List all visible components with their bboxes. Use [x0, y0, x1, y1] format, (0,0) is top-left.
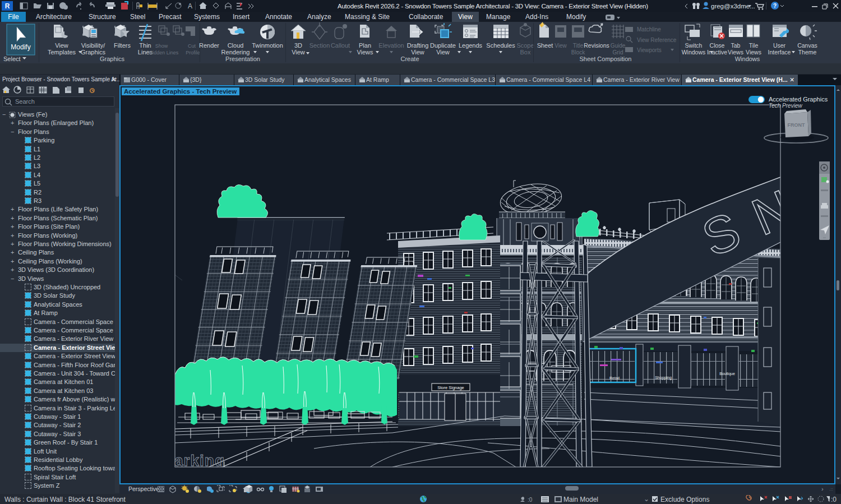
svg-text:Revisions: Revisions: [584, 42, 609, 49]
svg-text:Legends: Legends: [459, 42, 483, 49]
svg-text:Cloud: Cloud: [228, 42, 244, 49]
svg-text:Shopping: Shopping: [655, 376, 672, 380]
svg-text:Boutique: Boutique: [719, 372, 735, 376]
svg-text:Section: Section: [309, 42, 330, 49]
svg-text:Presentation: Presentation: [225, 56, 260, 62]
svg-text:FRONT: FRONT: [788, 122, 805, 128]
svg-text:R: R: [5, 2, 10, 10]
svg-text:Block: Block: [571, 49, 585, 56]
svg-text:Create: Create: [400, 56, 419, 62]
svg-text:Grid: Grid: [613, 49, 623, 56]
svg-text:Profile: Profile: [186, 50, 200, 56]
svg-text:Tab: Tab: [731, 42, 741, 49]
svg-text:Views: Views: [746, 49, 761, 56]
svg-text:Elevation: Elevation: [378, 42, 404, 49]
svg-text:Filters: Filters: [114, 42, 131, 49]
svg-text:Drafting: Drafting: [407, 42, 429, 49]
svg-text:Scope: Scope: [516, 42, 534, 49]
svg-text:Store Signage: Store Signage: [437, 385, 464, 390]
svg-text:Tile: Tile: [749, 42, 759, 49]
svg-text:View: View: [292, 49, 305, 56]
svg-text:Theme: Theme: [798, 49, 817, 56]
svg-text:Duplicate: Duplicate: [430, 42, 456, 49]
svg-text:Visibility/: Visibility/: [81, 42, 106, 49]
svg-text:Hidden Lines: Hidden Lines: [149, 50, 179, 56]
svg-text:Title: Title: [573, 43, 584, 49]
svg-text:Inactive: Inactive: [707, 49, 727, 56]
svg-text:Autodesk Revit 2026.2 - Snowdo: Autodesk Revit 2026.2 - Snowdon Towers S…: [338, 3, 648, 10]
svg-text:Sheet: Sheet: [537, 42, 553, 49]
svg-text:View: View: [55, 42, 68, 49]
svg-text:Modify: Modify: [11, 43, 30, 51]
svg-text:arking: arking: [174, 452, 225, 469]
svg-text:User: User: [773, 42, 786, 49]
svg-text:Graphics: Graphics: [100, 56, 125, 62]
svg-text:Tech Preview: Tech Preview: [769, 103, 802, 109]
svg-text:Templates: Templates: [48, 49, 76, 56]
svg-text:Render: Render: [199, 42, 219, 49]
svg-text:Graphics: Graphics: [81, 49, 106, 56]
svg-text:Interface: Interface: [768, 49, 791, 56]
svg-text:Sheet Composition: Sheet Composition: [580, 56, 632, 62]
svg-text:Canvas: Canvas: [797, 42, 817, 49]
svg-text:Guide: Guide: [611, 43, 626, 49]
svg-text:Show: Show: [155, 43, 168, 49]
svg-text:Rendering: Rendering: [221, 49, 250, 56]
svg-text:Retail: Retail: [609, 376, 620, 380]
svg-text:Plan: Plan: [359, 42, 371, 49]
svg-text:View: View: [411, 49, 424, 56]
svg-text:A: A: [188, 2, 192, 10]
svg-text:Windows: Windows: [682, 49, 706, 56]
svg-text:Accelerated Graphics: Accelerated Graphics: [769, 96, 828, 103]
svg-text:Schedules: Schedules: [486, 42, 515, 49]
svg-text:Close: Close: [710, 42, 725, 49]
svg-text:Cut: Cut: [188, 43, 196, 49]
svg-text:Select: Select: [3, 56, 21, 62]
svg-text:Callout: Callout: [331, 42, 350, 49]
svg-text:Views: Views: [728, 49, 743, 56]
svg-text:Twinmotion: Twinmotion: [252, 42, 283, 49]
svg-text:Viewports: Viewports: [637, 47, 662, 53]
svg-text:greg@x3dme...: greg@x3dme...: [711, 3, 755, 10]
svg-text:Matchline: Matchline: [637, 26, 661, 33]
svg-text:?: ?: [773, 3, 777, 9]
svg-text:View: View: [554, 43, 567, 49]
svg-text:Box: Box: [520, 49, 531, 56]
svg-text::0: :0: [528, 497, 533, 503]
svg-text:View: View: [436, 49, 450, 56]
svg-text:3D: 3D: [294, 42, 302, 49]
svg-text:Thin: Thin: [139, 42, 151, 49]
svg-text:Windows: Windows: [735, 56, 760, 62]
svg-text:View Reference: View Reference: [637, 37, 677, 43]
svg-text:Switch: Switch: [685, 42, 703, 49]
svg-text:Views: Views: [357, 49, 373, 56]
